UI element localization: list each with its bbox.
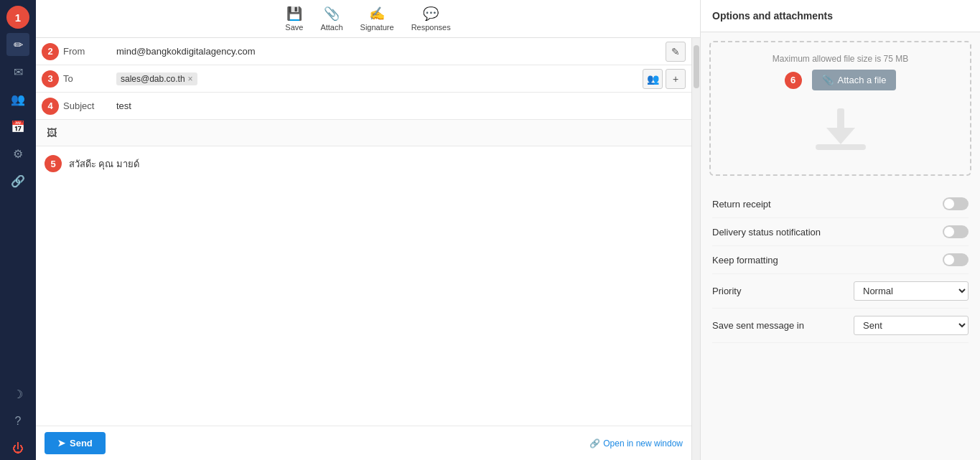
to-row: 3 To sales@dab.co.th × 👥 + (36, 65, 691, 93)
form-and-scroll: 2 From mind@bangkokdigitalagency.com ✎ 3… (36, 38, 700, 460)
badge-6: 6 (785, 72, 802, 89)
attach-icon: 📎 (324, 6, 340, 22)
keep-formatting-label: Keep formatting (712, 255, 778, 266)
plus-icon: + (673, 73, 678, 85)
delivery-status-label: Delivery status notification (712, 227, 821, 238)
email-body[interactable]: 5 สวัสดีะ คุณ มายด์ (36, 146, 691, 426)
remove-to-tag-button[interactable]: × (188, 74, 193, 84)
save-label: Save (285, 23, 303, 32)
send-label: Send (70, 438, 93, 449)
bottom-bar: ➤ Send 🔗 Open in new window (36, 426, 691, 460)
return-receipt-toggle[interactable] (943, 197, 969, 210)
scroll-track[interactable] (691, 38, 700, 460)
main-content: 💾 Save 📎 Attach ✍ Signature 💬 Responses … (36, 0, 700, 460)
save-sent-row: Save sent message in Sent Drafts (712, 309, 969, 343)
paperclip-icon: 📎 (822, 75, 834, 85)
save-sent-select[interactable]: Sent Drafts (854, 316, 969, 335)
contacts-icon: 👥 (11, 93, 25, 106)
compose-icon: ✏ (14, 38, 23, 52)
subject-label: Subject (63, 100, 113, 111)
calendar-icon: 📅 (11, 120, 25, 133)
toolbar-save[interactable]: 💾 Save (285, 6, 303, 32)
delivery-status-toggle[interactable] (943, 225, 969, 238)
send-icon: ➤ (57, 438, 65, 449)
sidebar-item-contacts[interactable]: 👥 (6, 88, 29, 111)
max-size-label: Maximum allowed file size is 75 MB (773, 54, 908, 64)
external-link-icon: 🔗 (589, 438, 600, 449)
form-area: 2 From mind@bangkokdigitalagency.com ✎ 3… (36, 38, 691, 460)
to-actions: 👥 + (643, 69, 686, 89)
send-button[interactable]: ➤ Send (45, 432, 106, 454)
from-actions: ✎ (666, 42, 686, 62)
badge-5: 5 (45, 155, 62, 172)
to-tag: sales@dab.co.th × (116, 72, 197, 85)
scroll-thumb[interactable] (694, 45, 699, 88)
options-section: Return receipt Delivery status notificat… (701, 184, 980, 349)
sidebar: 1 ✏ ✉ 👥 📅 ⚙ 🔗 ☽ ? ⏻ (0, 0, 36, 460)
return-receipt-row: Return receipt (712, 190, 969, 218)
from-row: 2 From mind@bangkokdigitalagency.com ✎ (36, 38, 691, 65)
attach-file-button[interactable]: 📎 Attach a file (812, 70, 897, 90)
mail-icon: ✉ (14, 65, 23, 79)
badge-3: 3 (42, 70, 59, 88)
sidebar-item-help[interactable]: ? (6, 410, 29, 433)
toolbar-signature[interactable]: ✍ Signature (360, 6, 394, 32)
sidebar-badge-1[interactable]: 1 (6, 6, 29, 29)
attach-file-label: Attach a file (838, 75, 887, 85)
return-receipt-label: Return receipt (712, 199, 771, 210)
priority-label: Priority (712, 286, 741, 296)
keep-formatting-row: Keep formatting (712, 246, 969, 274)
power-icon: ⏻ (12, 442, 24, 455)
responses-icon: 💬 (423, 6, 439, 22)
image-format-button[interactable]: 🖼 (42, 123, 62, 143)
signature-icon: ✍ (369, 6, 385, 22)
sidebar-item-mail[interactable]: ✉ (6, 60, 29, 83)
settings-icon: ⚙ (13, 147, 23, 161)
keep-formatting-toggle[interactable] (943, 253, 969, 266)
add-contacts-button[interactable]: 👥 (643, 69, 663, 89)
from-label: From (63, 46, 113, 57)
body-text: สวัสดีะ คุณ มายด์ (69, 159, 139, 169)
attach-zone: Maximum allowed file size is 75 MB 6 📎 A… (709, 41, 971, 176)
save-sent-label: Save sent message in (712, 320, 804, 331)
edit-from-button[interactable]: ✎ (666, 42, 686, 62)
sidebar-item-power[interactable]: ⏻ (6, 437, 29, 460)
contacts-add-icon: 👥 (647, 73, 659, 85)
format-bar: 🖼 (36, 120, 691, 146)
attach-label: Attach (320, 23, 342, 32)
from-value: mind@bangkokdigitalagency.com (113, 42, 666, 61)
sidebar-item-settings[interactable]: ⚙ (6, 142, 29, 165)
sidebar-item-compose[interactable]: ✏ (6, 33, 29, 56)
toolbar-attach[interactable]: 📎 Attach (320, 6, 342, 32)
moon-icon: ☽ (13, 388, 23, 401)
priority-select[interactable]: Normal High Low (854, 281, 969, 301)
right-panel-title: Options and attachments (701, 0, 980, 32)
to-label: To (63, 73, 113, 84)
image-icon: 🖼 (47, 127, 57, 139)
link-icon: 🔗 (11, 174, 25, 188)
toolbar-responses[interactable]: 💬 Responses (411, 6, 451, 32)
open-window-label: Open in new window (603, 438, 683, 449)
to-value: sales@dab.co.th × (113, 68, 643, 90)
compose-wrapper: 2 From mind@bangkokdigitalagency.com ✎ 3… (36, 38, 700, 460)
help-icon: ? (15, 415, 22, 428)
sidebar-item-moon[interactable]: ☽ (6, 382, 29, 405)
priority-row: Priority Normal High Low (712, 274, 969, 309)
subject-row: 4 Subject (36, 93, 691, 120)
sidebar-item-link[interactable]: 🔗 (6, 169, 29, 192)
signature-label: Signature (360, 23, 394, 32)
toolbar: 💾 Save 📎 Attach ✍ Signature 💬 Responses (36, 0, 700, 38)
save-icon: 💾 (286, 6, 302, 22)
to-tag-value: sales@dab.co.th (121, 74, 185, 84)
sidebar-item-calendar[interactable]: 📅 (6, 115, 29, 138)
svg-rect-0 (816, 144, 866, 150)
open-new-window-link[interactable]: 🔗 Open in new window (589, 438, 683, 449)
responses-label: Responses (411, 23, 451, 32)
right-panel: Options and attachments Maximum allowed … (700, 0, 980, 460)
badge-2: 2 (42, 43, 59, 60)
add-to-button[interactable]: + (666, 69, 686, 89)
pencil-icon: ✎ (671, 46, 680, 57)
download-icon (812, 105, 869, 157)
subject-input[interactable] (113, 96, 686, 116)
badge-4: 4 (42, 98, 59, 115)
